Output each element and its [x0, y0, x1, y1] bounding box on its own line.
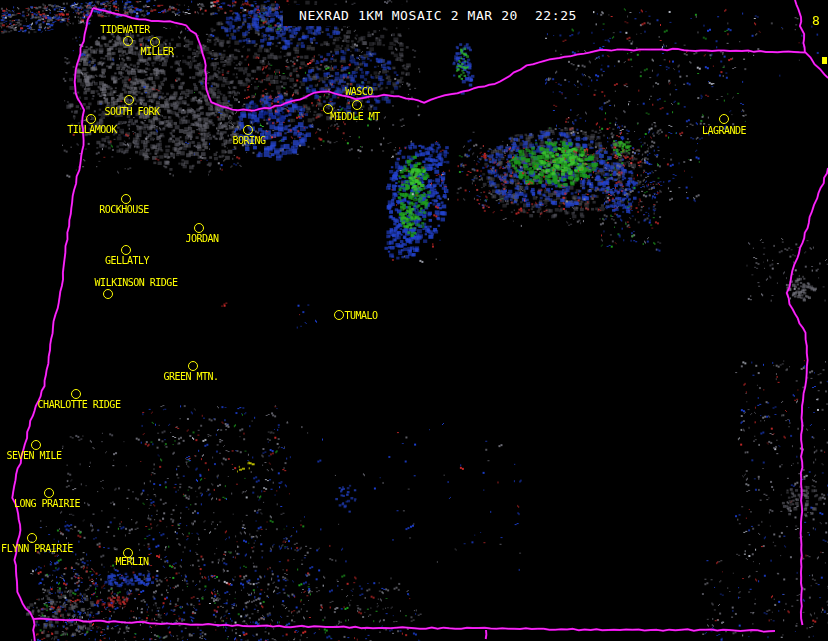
- station-label-merlin: MERLIN: [115, 557, 148, 567]
- station-marker-wasco: [352, 100, 362, 110]
- station-label-green-mtn: GREEN MTN.: [163, 372, 218, 382]
- station-marker-tidewater: [123, 36, 133, 46]
- station-marker-charlotte-ridge: [71, 389, 81, 399]
- station-label-rockhouse: ROCKHOUSE: [99, 205, 149, 215]
- mosaic-title: NEXRAD 1KM MOSAIC 2 MAR 20 22:25: [283, 5, 593, 26]
- station-marker-boring: [243, 125, 253, 135]
- station-marker-gellatly: [121, 245, 131, 255]
- station-marker-flynn-prairie: [27, 533, 37, 543]
- edge-label-0: 8: [812, 14, 820, 27]
- station-label-miller: MILLER: [140, 47, 173, 57]
- station-label-tidewater: TIDEWATER: [100, 25, 150, 35]
- station-label-boring: BORING: [232, 136, 265, 146]
- station-marker-long-prairie: [44, 488, 54, 498]
- station-label-gellatly: GELLATLY: [105, 256, 149, 266]
- station-label-tumalo: TUMALO: [344, 311, 377, 321]
- station-label-long-prairie: LONG PRAIRIE: [14, 499, 80, 509]
- station-label-seven-mile: SEVEN MILE: [6, 451, 61, 461]
- station-label-wasco: WASCO: [345, 87, 373, 97]
- station-label-south-fork: SOUTH FORK: [104, 107, 159, 117]
- station-marker-rockhouse: [121, 194, 131, 204]
- station-marker-tillamook: [86, 114, 96, 124]
- station-label-jordan: JORDAN: [185, 234, 218, 244]
- station-marker-green-mtn: [188, 361, 198, 371]
- station-marker-miller: [150, 37, 160, 47]
- station-label-lagrande: LAGRANDE: [702, 126, 746, 136]
- station-marker-jordan: [194, 223, 204, 233]
- station-marker-wilkinson-ridge: [103, 289, 113, 299]
- station-label-charlotte-ridge: CHARLOTTE RIDGE: [38, 400, 121, 410]
- radar-map: NEXRAD 1KM MOSAIC 2 MAR 20 22:25 TIDEWAT…: [0, 0, 828, 641]
- station-label-middle-mt: MIDDLE MT: [330, 112, 380, 122]
- station-label-wilkinson-ridge: WILKINSON RIDGE: [95, 278, 178, 288]
- edge-mark-0: [822, 57, 827, 64]
- station-marker-south-fork: [124, 95, 134, 105]
- station-label-tillamook: TILLAMOOK: [67, 125, 117, 135]
- station-label-flynn-prairie: FLYNN PRAIRIE: [1, 544, 73, 554]
- station-marker-lagrande: [719, 114, 729, 124]
- station-marker-tumalo: [334, 310, 344, 320]
- station-marker-seven-mile: [31, 440, 41, 450]
